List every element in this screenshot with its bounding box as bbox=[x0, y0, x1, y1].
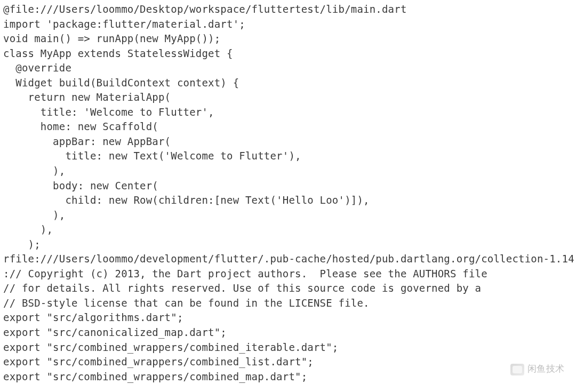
wechat-logo-icon bbox=[510, 364, 524, 375]
watermark: 闲鱼技术 bbox=[510, 363, 564, 376]
watermark-text: 闲鱼技术 bbox=[527, 363, 564, 376]
code-listing: @file:///Users/loommo/Desktop/workspace/… bbox=[3, 2, 573, 384]
